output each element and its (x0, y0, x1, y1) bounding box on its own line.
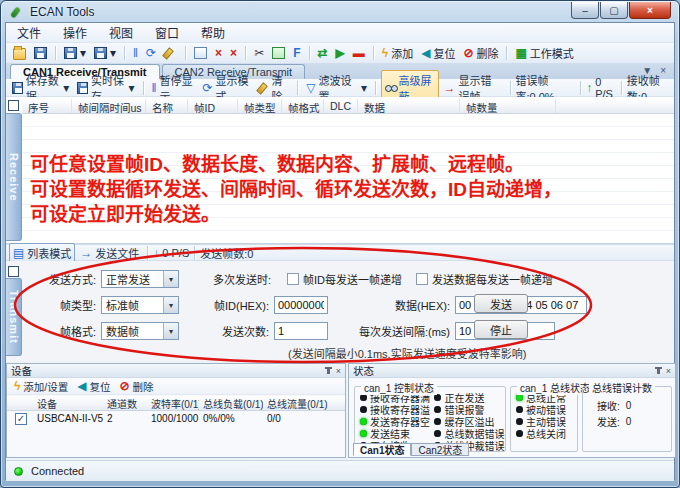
send-times-input[interactable] (274, 322, 328, 340)
clear-button[interactable] (161, 46, 180, 60)
send-button[interactable]: 发送 (474, 294, 528, 313)
annotation-line-2: 可设置数据循环发送、间隔时间、循环发送次数，ID自动递增， (30, 177, 562, 202)
connection-status-text: Connected (31, 465, 84, 477)
toolbar-overflow-button[interactable]: ▾ (358, 81, 370, 95)
delete-device-button[interactable]: ⊘删除 (460, 44, 501, 62)
device-reset-button[interactable]: ◀复位 (74, 378, 113, 395)
col-interval[interactable]: 帧间隔时间us (72, 99, 146, 113)
led-tx-done (360, 430, 367, 437)
col-type[interactable]: 帧类型 (238, 99, 282, 113)
receive-pps-label: 0 P/S (595, 76, 616, 100)
delete-frame-button[interactable]: × (212, 46, 225, 60)
panel-close-icon[interactable]: × (666, 366, 671, 376)
receive-side-tab-label: Receive (8, 153, 20, 202)
red-x-icon: × (215, 47, 222, 59)
disconnect-button[interactable]: ▬ (350, 46, 368, 60)
menu-window[interactable]: 窗口 (144, 23, 190, 42)
device-load-cell: 0%/0% (199, 413, 263, 424)
minimize-button[interactable]: – (571, 2, 599, 19)
delete-all-button[interactable]: × (227, 46, 240, 60)
col-name[interactable]: 名称 (146, 99, 188, 113)
frame-id-input[interactable] (274, 296, 328, 314)
list-mode-button[interactable]: ▤列表模式 (9, 243, 75, 263)
col-device-check (7, 396, 33, 410)
transmit-dock-square[interactable] (8, 266, 19, 277)
device-delete-button[interactable]: ⊘删除 (117, 378, 157, 395)
save-button[interactable] (31, 46, 50, 60)
caret-down-icon: ▾ (129, 82, 135, 94)
work-mode-button[interactable]: ▦工作模式 (512, 44, 576, 62)
pin-icon[interactable] (327, 367, 330, 374)
device-checkbox[interactable]: ✓ (15, 413, 27, 425)
col-dlc[interactable]: DLC (324, 99, 358, 113)
device-add-settings-button[interactable]: ϟ添加/设置 (11, 378, 71, 395)
open-folder-icon (13, 48, 26, 60)
save-icon (34, 47, 47, 59)
panel-close-icon[interactable]: × (336, 366, 341, 376)
device-table-row[interactable]: ✓ USBCAN-II-V5 2 1000/1000 0%/0% 0/0 (7, 411, 345, 426)
caret-down-icon: ▾ (63, 82, 69, 94)
format-button[interactable]: F (290, 46, 303, 60)
receive-dock-square[interactable] (8, 100, 19, 111)
send-mode-select[interactable]: 正常发送▾ (101, 270, 179, 288)
frame-id-increment-checkbox[interactable] (287, 273, 299, 285)
menu-file[interactable]: 文件 (6, 23, 52, 42)
maximize-button[interactable]: ▢ (600, 2, 628, 19)
col-device[interactable]: 设备 (33, 396, 103, 410)
separator (309, 46, 310, 60)
transmit-side-tab[interactable]: Transmit (6, 278, 22, 356)
col-data[interactable]: 数据 (358, 99, 460, 113)
col-load[interactable]: 总线负载(0/1) (199, 396, 263, 410)
stop-button-label: 停止 (490, 322, 512, 338)
data-increment-checkbox[interactable] (416, 273, 428, 285)
menu-operate[interactable]: 操作 (52, 23, 98, 42)
caret-down-icon: ▾ (361, 82, 367, 94)
close-button[interactable]: × (629, 2, 671, 19)
connect-button[interactable]: ▶ (333, 46, 348, 60)
annotation-text: 可任意设置帧ID、数据长度、数据内容、扩展帧、远程帧。 可设置数据循环发送、间隔… (30, 152, 562, 227)
open-file-button[interactable] (10, 45, 29, 61)
transmit-pps-label: 0 P/S (162, 247, 189, 259)
transmit-side-tab-label: Transmit (8, 290, 20, 344)
list-mode-label: 列表模式 (27, 245, 71, 261)
col-count[interactable]: 帧数量 (460, 99, 556, 113)
separator (580, 81, 581, 95)
col-seq[interactable]: 序号 (22, 99, 72, 113)
menu-help[interactable]: 帮助 (190, 23, 236, 42)
stop-button[interactable]: 停止 (474, 320, 528, 339)
led-bus-off (516, 430, 523, 437)
app-icon (11, 6, 24, 19)
frame-type-select[interactable]: 标准帧▾ (101, 296, 179, 314)
pause-button[interactable]: ‖ (130, 46, 141, 60)
tab-can1-status[interactable]: Can1状态 (353, 443, 411, 456)
interval-label: 每次发送间隔:(ms) (342, 323, 450, 339)
data-hex-label: 数据(HEX): (342, 297, 450, 313)
loop-button[interactable]: ⇄ (315, 46, 331, 60)
col-format[interactable]: 帧格式 (282, 99, 324, 113)
send-file-button[interactable]: →发送文件 (77, 244, 142, 262)
device-toolbar: ϟ添加/设置 ◀复位 ⊘删除 (7, 378, 345, 395)
menu-view[interactable]: 视图 (98, 23, 144, 42)
col-baud[interactable]: 波特率(0/1) (147, 396, 199, 410)
reset-device-button[interactable]: ◀复位 (418, 44, 458, 62)
paste-button[interactable] (269, 46, 288, 60)
pin-icon[interactable] (657, 367, 660, 374)
col-traffic[interactable]: 总线流量(0/1) (263, 396, 333, 410)
add-device-button[interactable]: ϟ添加 (379, 44, 416, 62)
save-data-dropdown-button[interactable]: ▾ (61, 46, 89, 60)
title-bar: ECAN Tools (11, 4, 94, 20)
copy-frame-button[interactable] (191, 46, 210, 60)
copy-icon (194, 47, 207, 59)
export-dropdown-button[interactable]: ▾ (91, 46, 119, 60)
reset-icon: ◀ (77, 380, 86, 392)
col-frame-id[interactable]: 帧ID (188, 99, 238, 113)
frame-format-select[interactable]: 数据帧▾ (101, 322, 179, 340)
frame-format-label: 帧格式: (40, 323, 96, 339)
cut-button[interactable]: ✂ (251, 46, 267, 60)
col-channels[interactable]: 通道数 (103, 396, 147, 410)
refresh-button[interactable]: ⟳ (143, 46, 159, 60)
tab-can2-status[interactable]: Can2状态 (411, 443, 469, 456)
arrow-up-icon: ↑ (586, 82, 592, 94)
reset-icon: ◀ (421, 47, 430, 59)
receive-side-tab[interactable]: Receive (6, 113, 22, 241)
